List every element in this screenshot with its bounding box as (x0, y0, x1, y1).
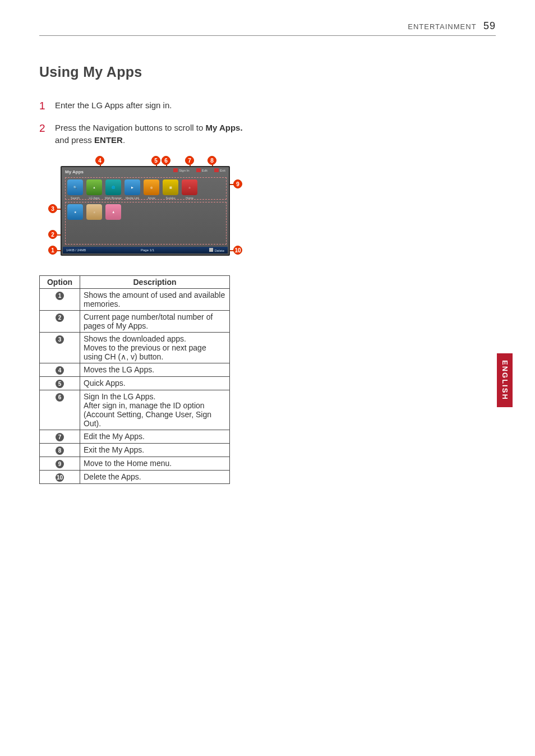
status-delete: Delete (209, 248, 224, 252)
app-arrow: ◎Arrow (144, 179, 159, 195)
callout-3: 3 (48, 204, 57, 213)
option-cell: 5 (40, 377, 80, 390)
screenshot-title: My Apps (65, 169, 84, 174)
table-row: 10Delete the Apps. (40, 471, 230, 484)
page-number: 59 (483, 20, 496, 31)
screenshot-figure: 1 2 3 4 5 6 7 8 9 10 My Apps Sig (39, 156, 247, 265)
option-cell: 2 (40, 311, 80, 333)
option-cell: 9 (40, 457, 80, 471)
app-search: 🔍Search (67, 179, 83, 195)
step-list: Enter the LG Apps after sign in. Press t… (39, 99, 247, 146)
option-number-icon: 10 (56, 473, 64, 482)
trash-icon (209, 248, 213, 252)
app-medialink: ▶Media Link (124, 179, 140, 195)
app-item: ☼ (86, 204, 102, 220)
step-2-a: Press the Navigation buttons to scroll t… (55, 123, 205, 132)
callout-7: 7 (185, 156, 194, 165)
step-1-text: Enter the LG Apps after sign in. (55, 100, 172, 110)
app-sudoku: ▦Sudoku (163, 179, 178, 195)
option-cell: 8 (40, 444, 80, 457)
description-cell: Current page number/total number of page… (80, 311, 230, 333)
callout-10: 10 (233, 246, 242, 255)
description-cell: Sign In the LG Apps. After sign in, mana… (80, 390, 230, 430)
th-description: Description (80, 276, 230, 289)
edit-icon (196, 168, 201, 172)
callout-1: 1 (48, 246, 57, 255)
description-cell: Edit the My Apps. (80, 430, 230, 444)
option-cell: 4 (40, 363, 80, 377)
step-2: Press the Navigation buttons to scroll t… (39, 122, 247, 146)
table-row: 3Shows the downloaded apps. Moves to the… (40, 333, 230, 363)
description-cell: Move to the Home menu. (80, 457, 230, 471)
language-tab: ENGLISH (497, 353, 513, 407)
description-cell: Exit the My Apps. (80, 444, 230, 457)
callout-5: 5 (151, 156, 160, 165)
description-cell: Shows the downloaded apps. Moves to the … (80, 333, 230, 363)
status-page: Page 1/1 (86, 248, 209, 252)
option-cell: 10 (40, 471, 80, 484)
step-2-e: . (123, 135, 125, 145)
step-1: Enter the LG Apps after sign in. (39, 99, 247, 112)
callout-4: 4 (95, 156, 104, 165)
topbar-edit: Edit (196, 168, 207, 172)
app-lgapps: ▲LG Apps (86, 179, 102, 195)
table-row: 7Edit the My Apps. (40, 430, 230, 444)
screenshot-statusbar: 14KB / 24MB Page 1/1 Delete (63, 247, 228, 253)
option-number-icon: 7 (56, 433, 64, 441)
app-browser: 🌐Web Browser (105, 179, 121, 195)
option-number-icon: 9 (56, 460, 64, 468)
callout-8: 8 (207, 156, 216, 165)
app-item: ♟ (105, 204, 121, 220)
step-2-d: ENTER (94, 135, 123, 145)
step-2-b: My Apps. (205, 123, 242, 132)
table-row: 2Current page number/total number of pag… (40, 311, 230, 333)
section-label: ENTERTAINMENT (408, 22, 476, 31)
signin-icon (173, 168, 178, 172)
option-number-icon: 2 (56, 314, 64, 322)
callout-9: 9 (233, 179, 242, 188)
description-cell: Delete the Apps. (80, 471, 230, 484)
table-row: 5Quick Apps. (40, 377, 230, 390)
option-number-icon: 4 (56, 366, 64, 375)
option-number-icon: 3 (56, 335, 64, 344)
table-row: 6Sign In the LG Apps. After sign in, man… (40, 390, 230, 430)
screenshot-topbar: Sign In Edit Exit (173, 168, 225, 172)
description-cell: Quick Apps. (80, 377, 230, 390)
page-header: ENTERTAINMENT 59 (39, 20, 496, 36)
topbar-signin: Sign In (173, 168, 190, 172)
option-cell: 3 (40, 333, 80, 363)
status-memory: 14KB / 24MB (66, 248, 86, 252)
description-cell: Shows the amount of used and available m… (80, 289, 230, 311)
page-title: Using My Apps (39, 64, 496, 80)
callout-2: 2 (48, 230, 57, 239)
table-row: 9Move to the Home menu. (40, 457, 230, 471)
table-row: 1Shows the amount of used and available … (40, 289, 230, 311)
callout-6: 6 (162, 156, 170, 165)
options-table: Option Description 1Shows the amount of … (39, 275, 230, 484)
option-number-icon: 5 (56, 380, 64, 388)
table-row: 4Moves the LG Apps. (40, 363, 230, 377)
option-cell: 1 (40, 289, 80, 311)
description-cell: Moves the LG Apps. (80, 363, 230, 377)
option-number-icon: 1 (56, 292, 64, 300)
app-item: ★ (67, 204, 83, 220)
exit-icon (214, 168, 219, 172)
step-2-c: and press (55, 135, 94, 145)
th-option: Option (40, 276, 80, 289)
option-cell: 6 (40, 390, 80, 430)
tv-screenshot: My Apps Sign In Edit Exit 🔍Search ▲LG Ap… (61, 166, 230, 256)
quick-apps-row: 🔍Search ▲LG Apps 🌐Web Browser ▶Media Lin… (67, 179, 197, 195)
table-row: 8Exit the My Apps. (40, 444, 230, 457)
option-number-icon: 8 (56, 446, 64, 455)
topbar-exit: Exit (214, 168, 225, 172)
app-home: ⌂Home (182, 179, 197, 195)
option-cell: 7 (40, 430, 80, 444)
downloaded-apps-row: ★ ☼ ♟ (67, 204, 121, 220)
option-number-icon: 6 (56, 393, 64, 402)
